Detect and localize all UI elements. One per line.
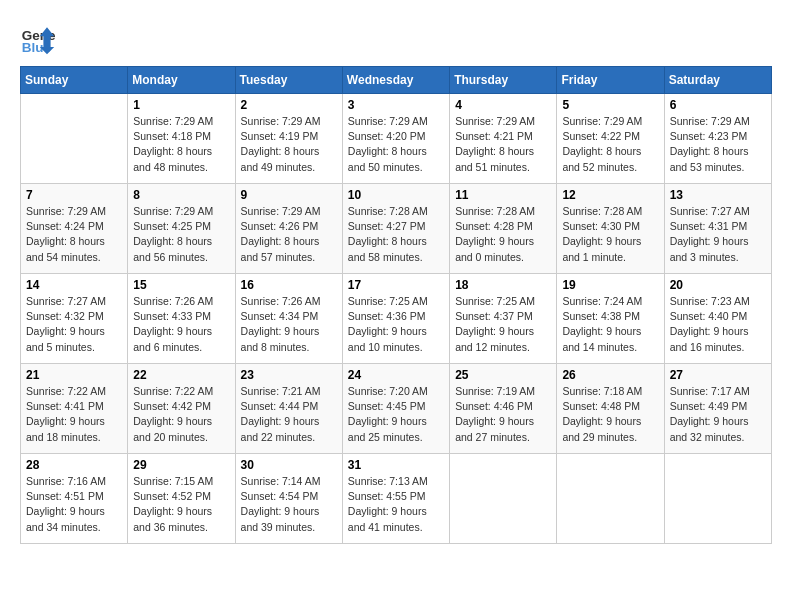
day-info: Sunrise: 7:20 AM Sunset: 4:45 PM Dayligh… xyxy=(348,384,444,445)
day-cell: 7Sunrise: 7:29 AM Sunset: 4:24 PM Daylig… xyxy=(21,184,128,274)
week-row-1: 1Sunrise: 7:29 AM Sunset: 4:18 PM Daylig… xyxy=(21,94,772,184)
day-number: 28 xyxy=(26,458,122,472)
day-number: 5 xyxy=(562,98,658,112)
day-info: Sunrise: 7:14 AM Sunset: 4:54 PM Dayligh… xyxy=(241,474,337,535)
day-number: 19 xyxy=(562,278,658,292)
page-header: General Blue xyxy=(20,20,772,56)
day-cell: 12Sunrise: 7:28 AM Sunset: 4:30 PM Dayli… xyxy=(557,184,664,274)
day-cell xyxy=(450,454,557,544)
day-info: Sunrise: 7:29 AM Sunset: 4:24 PM Dayligh… xyxy=(26,204,122,265)
week-row-5: 28Sunrise: 7:16 AM Sunset: 4:51 PM Dayli… xyxy=(21,454,772,544)
day-cell: 23Sunrise: 7:21 AM Sunset: 4:44 PM Dayli… xyxy=(235,364,342,454)
day-info: Sunrise: 7:17 AM Sunset: 4:49 PM Dayligh… xyxy=(670,384,766,445)
day-cell: 16Sunrise: 7:26 AM Sunset: 4:34 PM Dayli… xyxy=(235,274,342,364)
day-info: Sunrise: 7:22 AM Sunset: 4:41 PM Dayligh… xyxy=(26,384,122,445)
day-info: Sunrise: 7:18 AM Sunset: 4:48 PM Dayligh… xyxy=(562,384,658,445)
day-cell xyxy=(21,94,128,184)
day-cell xyxy=(557,454,664,544)
day-cell: 20Sunrise: 7:23 AM Sunset: 4:40 PM Dayli… xyxy=(664,274,771,364)
day-cell: 10Sunrise: 7:28 AM Sunset: 4:27 PM Dayli… xyxy=(342,184,449,274)
col-header-saturday: Saturday xyxy=(664,67,771,94)
col-header-monday: Monday xyxy=(128,67,235,94)
day-info: Sunrise: 7:29 AM Sunset: 4:21 PM Dayligh… xyxy=(455,114,551,175)
day-cell: 13Sunrise: 7:27 AM Sunset: 4:31 PM Dayli… xyxy=(664,184,771,274)
day-cell: 1Sunrise: 7:29 AM Sunset: 4:18 PM Daylig… xyxy=(128,94,235,184)
day-cell: 17Sunrise: 7:25 AM Sunset: 4:36 PM Dayli… xyxy=(342,274,449,364)
day-number: 21 xyxy=(26,368,122,382)
day-number: 13 xyxy=(670,188,766,202)
day-info: Sunrise: 7:28 AM Sunset: 4:27 PM Dayligh… xyxy=(348,204,444,265)
day-cell: 14Sunrise: 7:27 AM Sunset: 4:32 PM Dayli… xyxy=(21,274,128,364)
day-info: Sunrise: 7:27 AM Sunset: 4:31 PM Dayligh… xyxy=(670,204,766,265)
day-number: 22 xyxy=(133,368,229,382)
day-cell: 21Sunrise: 7:22 AM Sunset: 4:41 PM Dayli… xyxy=(21,364,128,454)
calendar-header: SundayMondayTuesdayWednesdayThursdayFrid… xyxy=(21,67,772,94)
day-info: Sunrise: 7:27 AM Sunset: 4:32 PM Dayligh… xyxy=(26,294,122,355)
day-cell xyxy=(664,454,771,544)
day-cell: 6Sunrise: 7:29 AM Sunset: 4:23 PM Daylig… xyxy=(664,94,771,184)
day-number: 24 xyxy=(348,368,444,382)
day-cell: 25Sunrise: 7:19 AM Sunset: 4:46 PM Dayli… xyxy=(450,364,557,454)
day-number: 15 xyxy=(133,278,229,292)
logo-icon: General Blue xyxy=(20,20,56,56)
day-info: Sunrise: 7:29 AM Sunset: 4:19 PM Dayligh… xyxy=(241,114,337,175)
day-cell: 30Sunrise: 7:14 AM Sunset: 4:54 PM Dayli… xyxy=(235,454,342,544)
day-cell: 3Sunrise: 7:29 AM Sunset: 4:20 PM Daylig… xyxy=(342,94,449,184)
calendar-body: 1Sunrise: 7:29 AM Sunset: 4:18 PM Daylig… xyxy=(21,94,772,544)
day-cell: 5Sunrise: 7:29 AM Sunset: 4:22 PM Daylig… xyxy=(557,94,664,184)
day-info: Sunrise: 7:29 AM Sunset: 4:23 PM Dayligh… xyxy=(670,114,766,175)
day-cell: 4Sunrise: 7:29 AM Sunset: 4:21 PM Daylig… xyxy=(450,94,557,184)
day-info: Sunrise: 7:28 AM Sunset: 4:30 PM Dayligh… xyxy=(562,204,658,265)
day-number: 16 xyxy=(241,278,337,292)
day-number: 14 xyxy=(26,278,122,292)
col-header-sunday: Sunday xyxy=(21,67,128,94)
day-cell: 27Sunrise: 7:17 AM Sunset: 4:49 PM Dayli… xyxy=(664,364,771,454)
day-info: Sunrise: 7:26 AM Sunset: 4:34 PM Dayligh… xyxy=(241,294,337,355)
week-row-3: 14Sunrise: 7:27 AM Sunset: 4:32 PM Dayli… xyxy=(21,274,772,364)
day-cell: 31Sunrise: 7:13 AM Sunset: 4:55 PM Dayli… xyxy=(342,454,449,544)
day-cell: 2Sunrise: 7:29 AM Sunset: 4:19 PM Daylig… xyxy=(235,94,342,184)
day-number: 6 xyxy=(670,98,766,112)
day-info: Sunrise: 7:29 AM Sunset: 4:18 PM Dayligh… xyxy=(133,114,229,175)
day-number: 23 xyxy=(241,368,337,382)
day-info: Sunrise: 7:25 AM Sunset: 4:36 PM Dayligh… xyxy=(348,294,444,355)
day-info: Sunrise: 7:16 AM Sunset: 4:51 PM Dayligh… xyxy=(26,474,122,535)
col-header-thursday: Thursday xyxy=(450,67,557,94)
day-number: 29 xyxy=(133,458,229,472)
day-number: 7 xyxy=(26,188,122,202)
day-number: 18 xyxy=(455,278,551,292)
day-number: 25 xyxy=(455,368,551,382)
day-number: 3 xyxy=(348,98,444,112)
day-info: Sunrise: 7:28 AM Sunset: 4:28 PM Dayligh… xyxy=(455,204,551,265)
day-number: 9 xyxy=(241,188,337,202)
day-info: Sunrise: 7:13 AM Sunset: 4:55 PM Dayligh… xyxy=(348,474,444,535)
day-cell: 26Sunrise: 7:18 AM Sunset: 4:48 PM Dayli… xyxy=(557,364,664,454)
day-number: 10 xyxy=(348,188,444,202)
day-info: Sunrise: 7:29 AM Sunset: 4:26 PM Dayligh… xyxy=(241,204,337,265)
col-header-wednesday: Wednesday xyxy=(342,67,449,94)
day-number: 30 xyxy=(241,458,337,472)
day-info: Sunrise: 7:29 AM Sunset: 4:25 PM Dayligh… xyxy=(133,204,229,265)
week-row-4: 21Sunrise: 7:22 AM Sunset: 4:41 PM Dayli… xyxy=(21,364,772,454)
day-cell: 24Sunrise: 7:20 AM Sunset: 4:45 PM Dayli… xyxy=(342,364,449,454)
day-info: Sunrise: 7:26 AM Sunset: 4:33 PM Dayligh… xyxy=(133,294,229,355)
day-number: 20 xyxy=(670,278,766,292)
day-number: 4 xyxy=(455,98,551,112)
logo: General Blue xyxy=(20,20,60,56)
day-info: Sunrise: 7:23 AM Sunset: 4:40 PM Dayligh… xyxy=(670,294,766,355)
day-number: 11 xyxy=(455,188,551,202)
day-cell: 28Sunrise: 7:16 AM Sunset: 4:51 PM Dayli… xyxy=(21,454,128,544)
day-number: 1 xyxy=(133,98,229,112)
day-cell: 19Sunrise: 7:24 AM Sunset: 4:38 PM Dayli… xyxy=(557,274,664,364)
day-number: 31 xyxy=(348,458,444,472)
day-cell: 15Sunrise: 7:26 AM Sunset: 4:33 PM Dayli… xyxy=(128,274,235,364)
day-number: 8 xyxy=(133,188,229,202)
day-number: 12 xyxy=(562,188,658,202)
day-cell: 22Sunrise: 7:22 AM Sunset: 4:42 PM Dayli… xyxy=(128,364,235,454)
day-cell: 9Sunrise: 7:29 AM Sunset: 4:26 PM Daylig… xyxy=(235,184,342,274)
day-info: Sunrise: 7:29 AM Sunset: 4:20 PM Dayligh… xyxy=(348,114,444,175)
day-info: Sunrise: 7:29 AM Sunset: 4:22 PM Dayligh… xyxy=(562,114,658,175)
calendar-table: SundayMondayTuesdayWednesdayThursdayFrid… xyxy=(20,66,772,544)
day-number: 26 xyxy=(562,368,658,382)
day-cell: 8Sunrise: 7:29 AM Sunset: 4:25 PM Daylig… xyxy=(128,184,235,274)
